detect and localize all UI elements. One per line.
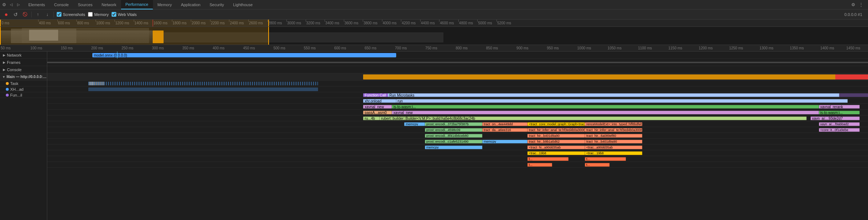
- flame-jswasm-2[interactable]: js-to-wasm:i...: [819, 111, 860, 114]
- flame-trac19b-row: <trac...19b8 <trac...19b8: [47, 150, 868, 156]
- tab-sources[interactable]: Sources: [73, 0, 97, 9]
- overview-minimap[interactable]: [0, 27, 868, 45]
- flame-xaynal-rerank-1[interactable]: xaynal_rerank: [819, 105, 860, 109]
- flame-memcpy-2[interactable]: memcpy: [482, 140, 527, 143]
- web-vitals-label: Web Vitals: [118, 12, 137, 17]
- track-network-label: Network: [7, 53, 21, 57]
- settings-icon[interactable]: ⚙: [851, 2, 856, 7]
- flame-tracthir-b401-2[interactable]: tract_hir...b401d9a90: [585, 140, 642, 143]
- flame-passa[interactable]: passA...asm0: [363, 111, 392, 114]
- flame-memcpy-3[interactable]: memcpy: [425, 146, 482, 149]
- t-4-text: t...: [586, 163, 590, 167]
- run-text: run: [398, 99, 403, 103]
- flame-xayn-f9abbad[interactable]: xayn_ai:...f9abbad2: [819, 122, 860, 126]
- track-flame-5: [0, 121, 47, 127]
- flame-tracthir-b401d[interactable]: tract_hir...b401d9a90: [527, 134, 585, 138]
- flame-run[interactable]: run: [396, 99, 848, 103]
- flame-tracthir-anal[interactable]: tract_hir::infer::anal_te:hf3ed4b0a3006d…: [527, 128, 585, 132]
- trac19b-2-text: <trac...19b8: [586, 151, 604, 155]
- flame-rencemodel[interactable]: renceModelExt>::into_typed::hff8bdfebf9a…: [585, 122, 642, 126]
- forward-icon[interactable]: ▷: [16, 2, 21, 7]
- flame-t-row1: t... t...: [47, 156, 868, 162]
- clear-button[interactable]: 🚫: [22, 11, 28, 18]
- tab-application[interactable]: Application: [177, 0, 205, 9]
- xhr-bar-bg: [88, 87, 318, 91]
- flame-tracthir-b9b1[interactable]: tract_hir...b9b1a5d62: [527, 140, 585, 143]
- flame-prost-8f41[interactable]: prost::encodi...8f414b6ceb80: [425, 134, 482, 138]
- selection-region[interactable]: [0, 27, 269, 45]
- track-xhrad: XH...ad: [0, 86, 47, 92]
- main-activity-red: [835, 74, 868, 80]
- flame-xaynal-new-2[interactable]: xaynal_new: [392, 111, 819, 114]
- xaynal-new-1-text: xaynal_new: [365, 105, 384, 109]
- flame-xaynal-new-1[interactable]: xaynal_new: [363, 105, 392, 109]
- prost-4598-text: prost::encodi...4598c09: [426, 128, 461, 132]
- tab-performance[interactable]: Performance: [121, 0, 153, 9]
- time-selection[interactable]: [0, 20, 269, 27]
- memory-check-input[interactable]: [88, 12, 93, 17]
- tracthir-anal2-text: tract_hir::infer::anal_te:hf3ed4b0a3006d…: [586, 128, 642, 132]
- t-2-text: t...: [586, 157, 590, 161]
- flame-xayn-0f1a9e[interactable]: <core::it...0f1a9ebe: [819, 128, 860, 132]
- flame-tracthir-anal2[interactable]: tract_hir::infer::anal_te:hf3ed4b0a3006d…: [585, 128, 642, 132]
- reload-record-button[interactable]: ↺: [12, 11, 19, 18]
- flame-tracton-a6ee[interactable]: tract_da...a6ee316: [482, 128, 527, 132]
- flame-fc-row: Function Call Run Microtasks: [47, 92, 868, 98]
- web-vitals-checkbox[interactable]: Web Vitals: [112, 12, 137, 17]
- flame-tracton-4ee49[interactable]: tract_on...4ee449dd: [482, 122, 527, 126]
- tab-memory[interactable]: Memory: [153, 0, 177, 9]
- track-frames-label: Frames: [7, 60, 20, 65]
- ruler-tick-2800ms: 2800 ms: [268, 20, 282, 27]
- flame-prost-372b[interactable]: prost::encodi...372ba75f387b: [425, 122, 482, 126]
- flame-xhr-onload-row: xhr.onload run: [47, 98, 868, 104]
- flame-t-2[interactable]: t...: [585, 157, 626, 161]
- flame-t-3[interactable]: t...: [527, 163, 552, 167]
- dtick-1050: 1050 ms: [608, 46, 622, 50]
- flame-tracthia90-2[interactable]: <trac...a90dd35ab: [585, 146, 642, 149]
- flame-rubert-builder[interactable]: rubert::builder::Builder<V,M,P>::build:h…: [379, 117, 806, 120]
- tracthir-b9b1-text: tract_hir...b9b1a5d62: [529, 140, 560, 143]
- record-button[interactable]: ●: [3, 11, 9, 18]
- flame-run-microtasks[interactable]: Run Microtasks: [388, 93, 839, 97]
- flame-prost-4598[interactable]: prost::encodi...4598c09: [425, 128, 482, 132]
- network-bar-onnx[interactable]: model.onnx (0.0.0.0): [92, 53, 396, 57]
- flame-t-4[interactable]: t...: [585, 163, 610, 167]
- tracton-4ee49-text: tract_on...4ee449dd: [484, 122, 513, 126]
- flame-tractcore-model[interactable]: <tract_core::model::graph::Graph<tract_h…: [527, 122, 585, 126]
- tab-security[interactable]: Security: [205, 0, 229, 9]
- download-button[interactable]: ↓: [44, 11, 51, 18]
- flame-xaynal-93de[interactable]: xayn_ai:...93de2d7: [811, 117, 860, 120]
- flame-memcpy-1[interactable]: memcpy: [404, 122, 425, 126]
- tab-network[interactable]: Network: [97, 0, 121, 9]
- screenshots-checkbox[interactable]: Screenshots: [57, 12, 85, 17]
- flame-tracthir-6a08[interactable]: tract_hir...6a089ef80: [585, 134, 642, 138]
- flame-ru4b[interactable]: ru...4b: [363, 117, 379, 120]
- flame-t-row2: t... t...: [47, 162, 868, 168]
- track-frames[interactable]: ▶ Frames: [0, 59, 47, 66]
- flame-xhr-onload[interactable]: xhr.onload: [363, 99, 396, 103]
- tab-lighthouse[interactable]: Lighthouse: [229, 0, 257, 9]
- screenshots-check-input[interactable]: [57, 12, 61, 17]
- tab-console[interactable]: Console: [50, 0, 73, 9]
- flame-prost-c1afe[interactable]: prost::encodi...c1afe5231490: [425, 140, 482, 143]
- upload-button[interactable]: ↑: [35, 11, 41, 18]
- flame-chart[interactable]: model.onnx (0.0.0.0): [47, 52, 868, 220]
- memory-checkbox[interactable]: Memory: [88, 12, 109, 17]
- track-console[interactable]: ▶ Console: [0, 66, 47, 73]
- more-icon[interactable]: ⋮: [859, 2, 864, 7]
- back-icon[interactable]: ◁: [9, 2, 14, 7]
- ruler-tick-5200ms: 5200 ms: [497, 20, 511, 27]
- expand-network-icon: ▶: [2, 53, 6, 57]
- tracthir-b401d-text: tract_hir...b401d9a90: [529, 134, 560, 138]
- flame-t-1[interactable]: t...: [527, 157, 568, 161]
- flame-trac19b-2[interactable]: <trac...19b8: [585, 151, 642, 155]
- track-flame-6: [0, 127, 47, 133]
- flame-trac19b-1[interactable]: <trac...19b8: [527, 151, 585, 155]
- track-main[interactable]: ▼ Main — http://0.0.0.0:8000/: [0, 73, 47, 81]
- flame-tracthia90-1[interactable]: <tract_hi...a90dd35ab: [527, 146, 585, 149]
- tab-elements[interactable]: Elements: [24, 0, 50, 9]
- web-vitals-check-input[interactable]: [112, 12, 116, 17]
- flame-jswasm-1[interactable]: js-to-wasm:i...: [392, 105, 819, 109]
- track-network[interactable]: ▶ Network: [0, 52, 47, 59]
- xaynal-new-2-text: xaynal_new: [393, 111, 413, 114]
